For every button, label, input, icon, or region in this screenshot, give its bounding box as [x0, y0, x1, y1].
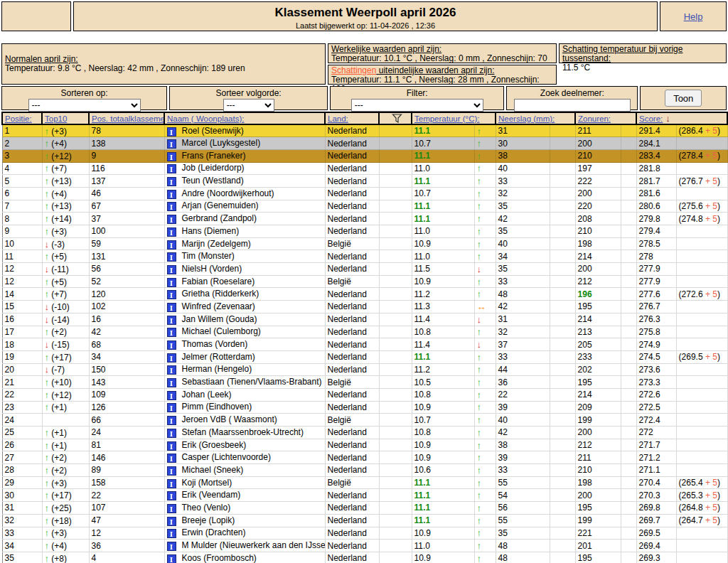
score-cell: 275.8 — [636, 326, 676, 338]
order-select[interactable]: --- — [223, 99, 274, 112]
profile-info-icon[interactable]: I — [167, 278, 176, 287]
sun-spacer-cell — [621, 263, 636, 276]
ranking-table: Positie: Top10 Pos. totaalklassement: Na… — [1, 112, 728, 563]
profile-info-icon[interactable]: I — [167, 177, 176, 186]
score-cell: 281.7 — [636, 175, 676, 188]
profile-info-icon[interactable]: I — [167, 190, 176, 199]
filter-funnel-icon[interactable] — [392, 114, 402, 123]
profile-info-icon[interactable]: I — [167, 303, 176, 312]
profile-info-icon[interactable]: I — [167, 416, 176, 425]
profile-info-icon[interactable]: I — [167, 454, 176, 463]
rain-cell: 30 — [496, 137, 550, 150]
temp-sort-link[interactable]: Temperatuur (°C): — [414, 114, 480, 123]
temperature-cell: 11.2 — [412, 363, 474, 376]
profile-info-icon[interactable]: I — [167, 529, 176, 538]
profile-info-icon[interactable]: I — [167, 164, 176, 173]
filter-spacer-cell — [379, 137, 412, 150]
up-arrow-icon: ↑ — [477, 402, 482, 412]
sun-cell: 212 — [575, 275, 621, 288]
profile-info-icon[interactable]: I — [167, 542, 176, 551]
sun-cell: 210 — [575, 225, 621, 238]
profile-info-icon[interactable]: I — [167, 554, 176, 563]
profile-info-icon[interactable]: I — [167, 290, 176, 299]
profile-info-icon[interactable]: I — [167, 139, 176, 149]
score-cell: 272.6 — [636, 388, 676, 401]
participant-name: Winfred (Zevenaar) — [182, 301, 255, 311]
up-arrow-icon: ↑ — [477, 352, 482, 363]
sun-spacer-cell — [621, 502, 636, 515]
table-header-row: Positie: Top10 Pos. totaalklassement: Na… — [2, 112, 727, 124]
temp-trend-cell: ↑ — [474, 187, 496, 200]
score-breakdown-cell — [676, 187, 727, 200]
profile-info-icon[interactable]: I — [167, 441, 176, 451]
profile-info-icon[interactable]: I — [167, 517, 176, 526]
position-cell: 14 — [2, 288, 42, 301]
country-cell: Nederland — [325, 137, 379, 150]
score-breakdown-cell — [676, 376, 727, 389]
participant-name: Theo (Venlo) — [182, 503, 231, 513]
show-button[interactable]: Toon — [665, 90, 702, 107]
profile-info-icon[interactable]: I — [167, 328, 176, 337]
profile-info-icon[interactable]: I — [167, 491, 176, 500]
participant-name: Arjan (Genemuiden) — [182, 200, 259, 210]
participant-name: Gerbrand (Zandpol) — [182, 213, 257, 223]
help-link[interactable]: Help — [684, 11, 703, 22]
rain-sort-link[interactable]: Neerslag (mm): — [498, 114, 555, 123]
profile-info-icon[interactable]: I — [167, 378, 176, 387]
profile-info-icon[interactable]: I — [167, 403, 176, 412]
help-box: Help — [660, 1, 727, 31]
temperature-cell: 11.4 — [412, 313, 474, 326]
sun-spacer-cell — [621, 476, 636, 489]
top10-sort-link[interactable]: Top10 — [45, 114, 67, 123]
profile-info-icon[interactable]: I — [167, 365, 176, 375]
sun-spacer-cell — [621, 489, 636, 502]
top10-change-cell — [42, 414, 89, 427]
sort-select[interactable]: --- — [28, 99, 141, 112]
score-breakdown-cell — [676, 275, 727, 288]
estimates-link[interactable]: Schattingen — [331, 65, 376, 75]
search-control: Zoek deelnemer: — [506, 86, 638, 110]
profile-info-icon[interactable]: I — [167, 479, 176, 488]
table-row: 5↑ (+13)137ITeun (Westland)Nederland11.1… — [2, 175, 727, 188]
position-cell: 2 — [2, 137, 42, 150]
sun-spacer-cell — [621, 237, 636, 250]
table-row: 16↓ (-14)16IJan Willem (Gouda)Nederland1… — [2, 313, 727, 326]
sun-spacer-cell — [621, 275, 636, 288]
search-input[interactable] — [514, 99, 631, 112]
profile-info-icon[interactable]: I — [167, 341, 176, 350]
bonus-points: + 5 — [705, 151, 717, 161]
profile-info-icon[interactable]: I — [167, 152, 176, 161]
profile-info-icon[interactable]: I — [167, 202, 176, 211]
sun-cell: 210 — [575, 464, 621, 477]
profile-info-icon[interactable]: I — [167, 391, 176, 400]
profile-info-icon[interactable]: I — [167, 252, 176, 262]
table-row: 22↑ (+12)109IJohan (Leek)Nederland10.8↑2… — [2, 388, 727, 401]
overall-sort-link[interactable]: Pos. totaalklassement: — [92, 114, 164, 123]
positie-sort-link[interactable]: Positie: — [5, 114, 32, 123]
filter-select[interactable]: --- — [351, 99, 483, 112]
country-cell: Nederland — [325, 363, 379, 376]
naam-sort-link[interactable]: Naam ( Woonplaats): — [167, 114, 244, 123]
profile-info-icon[interactable]: I — [167, 429, 176, 438]
temp-trend-cell: ↑ — [474, 502, 496, 515]
profile-info-icon[interactable]: I — [167, 240, 176, 250]
score-sort-link[interactable]: Score: — [639, 114, 663, 123]
top10-change-cell: ↑ (+8) — [42, 552, 89, 563]
rain-spacer-cell — [550, 301, 575, 313]
temperature-cell: 10.8 — [412, 326, 474, 338]
position-cell: 3 — [2, 149, 42, 162]
down-arrow-icon: ↓ — [477, 264, 482, 274]
profile-info-icon[interactable]: I — [167, 227, 176, 237]
profile-info-icon[interactable]: I — [167, 215, 176, 224]
profile-info-icon[interactable]: I — [167, 265, 176, 274]
sort-control: Sorteren op: --- — [1, 86, 167, 110]
sun-sort-link[interactable]: Zonuren: — [578, 114, 611, 123]
profile-info-icon[interactable]: I — [167, 466, 176, 476]
temp-trend-cell: ↑ — [474, 439, 496, 451]
profile-info-icon[interactable]: I — [167, 127, 176, 136]
profile-info-icon[interactable]: I — [167, 504, 176, 513]
profile-info-icon[interactable]: I — [167, 316, 176, 325]
profile-info-icon[interactable]: I — [167, 353, 176, 363]
country-cell: Nederland — [325, 288, 379, 301]
land-sort-link[interactable]: Land: — [328, 114, 348, 123]
